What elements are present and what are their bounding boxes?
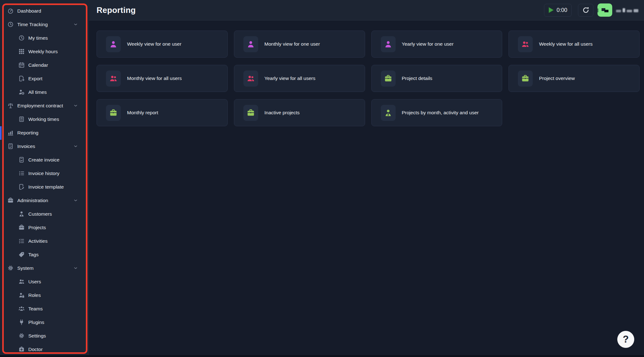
sidebar-item-all-times[interactable]: All times	[0, 85, 89, 99]
window-bottom-edge	[0, 355, 644, 357]
users-icon	[18, 278, 25, 285]
sidebar-item-create-invoice[interactable]: Create invoice	[0, 153, 89, 167]
report-card-label: Weekly view for all users	[539, 41, 592, 47]
sidebar-item-system[interactable]: System	[0, 261, 89, 275]
sidebar-item-weekly-hours[interactable]: Weekly hours	[0, 45, 89, 58]
briefcase-icon	[381, 71, 396, 87]
report-card-label: Weekly view for one user	[127, 41, 181, 47]
report-card-project-overview[interactable]: Project overview	[508, 65, 640, 92]
briefcase-icon	[518, 71, 533, 87]
report-card-weekly-view-for-one-user[interactable]: Weekly view for one user	[97, 31, 228, 58]
report-card-monthly-view-for-one-user[interactable]: Monthly view for one user	[234, 31, 365, 58]
sidebar-item-label: Time Tracking	[17, 22, 48, 27]
play-icon	[547, 6, 555, 14]
avatar-pixel	[597, 8, 598, 12]
user-icon	[243, 36, 258, 52]
sidebar-item-tags[interactable]: Tags	[0, 248, 89, 261]
user-avatar[interactable]	[597, 3, 612, 17]
sidebar-item-teams[interactable]: Teams	[0, 302, 89, 315]
user-tie-icon	[381, 105, 396, 121]
sidebar-item-label: Create invoice	[28, 157, 59, 163]
briefcase-icon	[18, 224, 25, 231]
sidebar-item-label: System	[17, 265, 34, 271]
sidebar-item-my-times[interactable]: My times	[0, 31, 89, 45]
report-card-monthly-view-for-all-users[interactable]: Monthly view for all users	[97, 65, 228, 92]
user-icon	[106, 36, 121, 52]
file-pen-icon	[18, 184, 25, 190]
sidebar-item-invoice-history[interactable]: Invoice history	[0, 167, 89, 180]
chevron-down-icon	[73, 103, 78, 108]
users-icon	[106, 71, 121, 87]
calculator-icon	[18, 116, 25, 122]
sidebar-item-users[interactable]: Users	[0, 275, 89, 288]
help-button[interactable]: ?	[617, 331, 634, 348]
medical-bag-icon	[18, 346, 25, 353]
sidebar-item-label: Invoice history	[28, 171, 59, 176]
sidebar-item-label: Roles	[28, 292, 41, 298]
sidebar-item-activities[interactable]: Activities	[0, 234, 89, 248]
chevron-down-icon	[73, 266, 78, 270]
sidebar-item-export[interactable]: Export	[0, 72, 89, 85]
gear-icon	[18, 332, 25, 339]
report-card-label: Yearly view for one user	[402, 41, 454, 47]
sidebar-item-administration[interactable]: Administration	[0, 194, 89, 207]
sidebar-item-customers[interactable]: Customers	[0, 207, 89, 221]
chart-bar-icon	[7, 129, 14, 136]
topbar: Reporting 0:00	[89, 0, 644, 20]
scale-icon	[7, 102, 14, 109]
invoice-icon	[7, 143, 14, 150]
sidebar-item-employment-contract[interactable]: Employment contract	[0, 99, 89, 112]
sidebar-item-label: Administration	[17, 198, 48, 203]
report-card-yearly-view-for-all-users[interactable]: Yearly view for all users	[234, 65, 365, 92]
sidebar-item-projects[interactable]: Projects	[0, 221, 89, 234]
list-check-icon	[18, 238, 25, 244]
sidebar-item-label: Projects	[28, 225, 46, 230]
report-card-weekly-view-for-all-users[interactable]: Weekly view for all users	[508, 31, 640, 58]
sidebar-item-label: Dashboard	[17, 8, 41, 14]
user-icon	[381, 36, 396, 52]
report-card-label: Monthly view for all users	[127, 76, 182, 81]
sidebar-item-settings[interactable]: Settings	[0, 329, 89, 343]
sidebar: Dashboard Time Tracking My times Weekly …	[0, 0, 89, 357]
username-redacted	[616, 8, 638, 12]
sidebar-item-reporting[interactable]: Reporting	[0, 126, 89, 139]
gauge-icon	[7, 8, 14, 14]
report-card-yearly-view-for-one-user[interactable]: Yearly view for one user	[371, 31, 502, 58]
report-card-project-details[interactable]: Project details	[371, 65, 502, 92]
report-card-inactive-projects[interactable]: Inactive projects	[234, 99, 365, 126]
active-item-indicator	[0, 126, 2, 140]
report-cards-grid: Weekly view for one user Monthly view fo…	[97, 31, 640, 126]
gear-icon	[7, 265, 14, 271]
report-card-projects-by-month-activity-and-user[interactable]: Projects by month, activity and user	[371, 99, 502, 126]
briefcase-icon	[106, 105, 121, 121]
user-tie-icon	[18, 211, 25, 217]
sidebar-item-label: Reporting	[17, 130, 38, 136]
sidebar-item-doctor[interactable]: Doctor	[0, 343, 89, 356]
sidebar-item-dashboard[interactable]: Dashboard	[0, 4, 89, 18]
list-icon	[18, 170, 25, 177]
sidebar-item-time-tracking[interactable]: Time Tracking	[0, 18, 89, 31]
sidebar-item-label: Export	[28, 76, 42, 82]
tag-icon	[18, 251, 25, 258]
briefcase-icon	[243, 105, 258, 121]
sidebar-item-plugins[interactable]: Plugins	[0, 315, 89, 329]
invoice-icon	[18, 156, 25, 163]
sidebar-item-label: Invoices	[17, 144, 35, 149]
sidebar-item-label: Weekly hours	[28, 49, 58, 54]
sidebar-item-label: Invoice template	[28, 184, 64, 190]
sidebar-item-calendar[interactable]: Calendar	[0, 58, 89, 72]
sidebar-item-label: Calendar	[28, 62, 48, 68]
page-title: Reporting	[97, 5, 136, 15]
sidebar-item-roles[interactable]: Roles	[0, 288, 89, 302]
clock-icon	[18, 35, 25, 41]
sidebar-item-invoices[interactable]: Invoices	[0, 139, 89, 153]
report-card-label: Monthly view for one user	[264, 41, 320, 47]
briefcase-icon	[7, 197, 14, 204]
sidebar-item-label: Doctor	[28, 347, 43, 352]
report-card-monthly-report[interactable]: Monthly report	[97, 99, 228, 126]
sidebar-item-working-times[interactable]: Working times	[0, 112, 89, 126]
report-card-label: Projects by month, activity and user	[402, 110, 479, 116]
start-timer-button[interactable]: 0:00	[544, 4, 572, 17]
sidebar-item-invoice-template[interactable]: Invoice template	[0, 180, 89, 194]
refresh-button[interactable]	[578, 4, 593, 17]
